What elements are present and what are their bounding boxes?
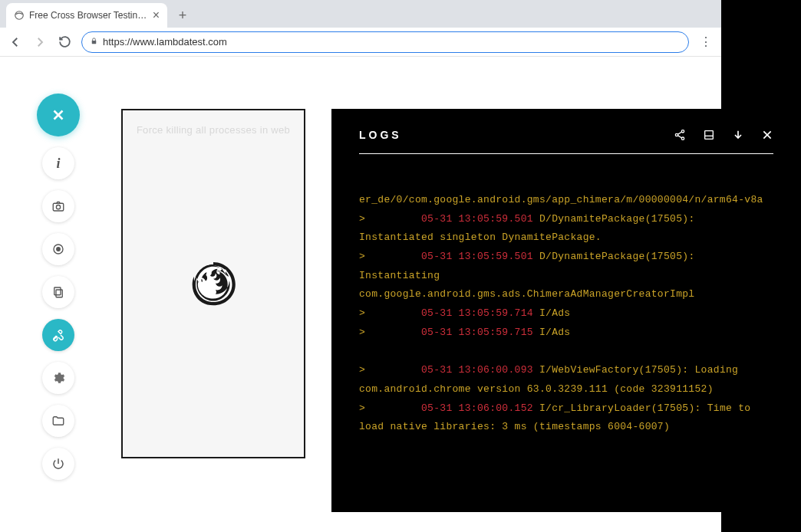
logs-body: er_de/0/com.google.android.gms/app_chime…	[359, 191, 773, 437]
download-icon[interactable]	[732, 129, 744, 141]
action-sidebar: i	[37, 94, 80, 480]
svg-point-0	[15, 11, 24, 20]
log-line: > 05-31 13:05:59.501 D/DynamitePackage(1…	[359, 248, 773, 304]
power-button[interactable]	[42, 448, 74, 480]
files-button[interactable]	[42, 405, 74, 437]
log-line: > 05-31 13:05:59.715 I/Ads	[359, 323, 773, 343]
info-button[interactable]: i	[42, 147, 74, 179]
share-icon[interactable]	[674, 129, 686, 141]
reload-button[interactable]	[57, 34, 72, 50]
forward-button[interactable]	[32, 34, 48, 50]
logs-title: LOGS	[359, 129, 402, 141]
svg-point-5	[57, 248, 61, 251]
svg-rect-2	[53, 203, 64, 211]
svg-rect-7	[54, 287, 61, 295]
browser-menu-icon[interactable]: ⋮	[698, 34, 714, 49]
logs-toolbar	[674, 129, 773, 141]
page-content: i Force killing a	[0, 57, 721, 532]
screenshot-button[interactable]	[42, 190, 74, 222]
firefox-logo-icon	[186, 255, 241, 313]
close-session-button[interactable]	[37, 94, 80, 136]
log-line: > 05-31 13:06:00.152 I/cr_LibraryLoader(…	[359, 399, 773, 437]
record-button[interactable]	[42, 233, 74, 265]
copy-button[interactable]	[42, 276, 74, 308]
browser-window: Free Cross Browser Testing Clou × + http…	[0, 0, 721, 532]
logs-header: LOGS	[359, 129, 773, 154]
svg-rect-12	[705, 131, 714, 140]
svg-rect-6	[56, 290, 62, 297]
log-line: > 05-31 13:06:00.093 I/WebViewFactory(17…	[359, 361, 773, 399]
settings-button[interactable]	[42, 362, 74, 394]
close-logs-icon[interactable]	[761, 129, 773, 141]
device-preview: Force killing all processes in web	[121, 109, 305, 458]
devtools-button[interactable]	[42, 319, 74, 351]
browser-tab[interactable]: Free Cross Browser Testing Clou ×	[6, 3, 167, 28]
address-bar: https://www.lambdatest.com ⋮	[0, 28, 721, 57]
lock-icon	[90, 37, 98, 47]
log-line	[359, 343, 773, 362]
log-line: > 05-31 13:05:59.714 I/Ads	[359, 304, 773, 323]
split-icon[interactable]	[703, 129, 715, 141]
log-line: > 05-31 13:05:59.501 D/DynamitePackage(1…	[359, 210, 773, 248]
svg-rect-1	[92, 41, 97, 44]
log-line: er_de/0/com.google.android.gms/app_chime…	[359, 191, 773, 210]
device-status-text: Force killing all processes in web	[123, 124, 304, 136]
svg-point-3	[56, 205, 60, 209]
logs-panel: LOGS er_de/0/com.google.android.gms/app_…	[331, 109, 801, 512]
url-text: https://www.lambdatest.com	[103, 36, 227, 48]
new-tab-button[interactable]: +	[172, 5, 193, 26]
url-input[interactable]: https://www.lambdatest.com	[81, 31, 689, 53]
tab-favicon	[14, 10, 25, 21]
back-button[interactable]	[8, 34, 23, 50]
tab-close-icon[interactable]: ×	[153, 8, 160, 22]
tab-bar: Free Cross Browser Testing Clou × +	[0, 0, 721, 28]
tab-title: Free Cross Browser Testing Clou	[29, 10, 148, 21]
